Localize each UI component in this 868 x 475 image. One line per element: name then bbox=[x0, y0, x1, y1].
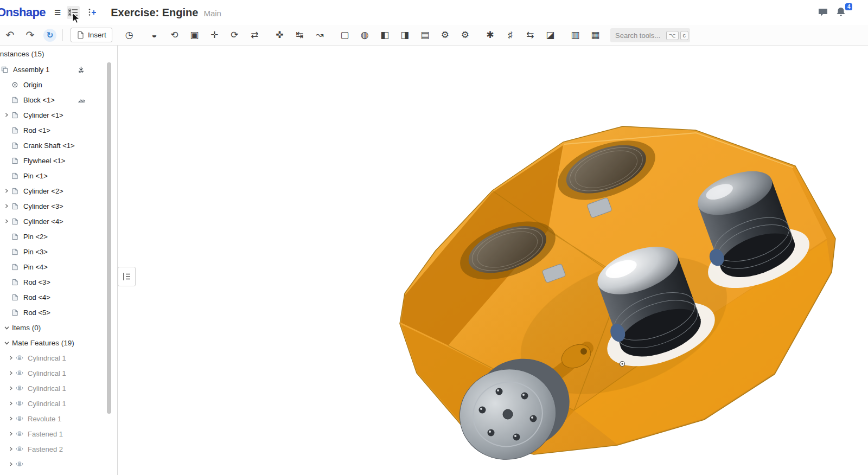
fastened-mate-tool-icon[interactable]: ✜ bbox=[270, 25, 290, 45]
parallel-mate-tool-icon[interactable]: ⇄ bbox=[245, 25, 265, 45]
history-icon[interactable]: ◷ bbox=[119, 25, 139, 45]
part-icon bbox=[11, 203, 22, 210]
mates-section-header[interactable]: Mate Features (19) bbox=[0, 335, 117, 350]
named-views-tool-icon[interactable]: ▥ bbox=[565, 25, 585, 45]
shortcut-c-key: c bbox=[680, 31, 689, 40]
graphics-viewport[interactable] bbox=[118, 46, 868, 475]
group-tool-icon[interactable]: ▢ bbox=[335, 25, 355, 45]
tree-item-flywheel-1[interactable]: Flywheel <1> bbox=[0, 153, 117, 168]
insert-document-icon bbox=[76, 31, 85, 39]
header-right-actions: 4 bbox=[818, 7, 847, 18]
items-section-header[interactable]: Items (0) bbox=[0, 320, 117, 335]
replicate-tool-icon[interactable]: ◧ bbox=[375, 25, 395, 45]
part-icon bbox=[11, 218, 22, 225]
tree-item-pin-2[interactable]: Pin <2> bbox=[0, 229, 117, 244]
onshape-logo[interactable]: Onshape bbox=[0, 5, 46, 20]
tree-item-crank-shaft-1[interactable]: Crank Shaft <1> bbox=[0, 138, 117, 153]
mate-feature-cylindrical-1[interactable]: Cylindrical 1 bbox=[0, 350, 117, 365]
rotate-view-icon[interactable]: ↻ bbox=[43, 29, 56, 42]
tree-item-partial[interactable] bbox=[0, 457, 117, 472]
insert-button[interactable]: Insert bbox=[71, 28, 112, 42]
section-view-tool-icon[interactable]: ◪ bbox=[540, 25, 560, 45]
chevron-right-icon[interactable] bbox=[1, 189, 11, 193]
instances-tree: Assembly 1OriginBlock <1>Cylinder <1>Rod… bbox=[0, 62, 117, 320]
hamburger-menu-icon[interactable]: ≡ bbox=[54, 6, 61, 19]
swap-instance-tool-icon[interactable]: ⇆ bbox=[520, 25, 540, 45]
notifications-bell[interactable]: 4 bbox=[835, 7, 847, 18]
tree-item-rod-5[interactable]: Rod <5> bbox=[0, 305, 117, 320]
part-icon bbox=[11, 248, 22, 255]
mate-feature-cylindrical-1[interactable]: Cylindrical 1 bbox=[0, 365, 117, 381]
insert-new-element-icon[interactable] bbox=[86, 6, 99, 19]
chevron-right-icon[interactable] bbox=[5, 447, 16, 451]
engine-3d-view[interactable] bbox=[118, 46, 868, 475]
tree-item-cylinder-1[interactable]: Cylinder <1> bbox=[0, 107, 117, 123]
tree-item-cylinder-2[interactable]: Cylinder <2> bbox=[0, 183, 117, 198]
chevron-right-icon[interactable] bbox=[5, 356, 16, 360]
circular-pattern-tool-icon[interactable]: ▤ bbox=[415, 25, 435, 45]
revolute-mate-tool-icon[interactable]: ⟲ bbox=[164, 25, 184, 45]
cylindrical-mate-tool-icon[interactable]: ◒ bbox=[144, 25, 164, 45]
mate-feature-label: Cylindrical 1 bbox=[28, 400, 66, 408]
chevron-right-icon[interactable] bbox=[5, 462, 16, 466]
fastened-mate-icon bbox=[16, 445, 27, 453]
tree-item-label: Pin <4> bbox=[23, 263, 48, 271]
tree-item-cylinder-4[interactable]: Cylinder <4> bbox=[0, 214, 117, 229]
tree-item-origin[interactable]: Origin bbox=[0, 77, 117, 92]
mate-icon bbox=[16, 460, 27, 468]
insert-part-tool-icon[interactable]: ◍ bbox=[355, 25, 375, 45]
chevron-right-icon[interactable] bbox=[1, 204, 11, 208]
rack-pinion-tool-icon[interactable]: ♯ bbox=[500, 25, 520, 45]
mate-feature-cylindrical-1[interactable]: Cylindrical 1 bbox=[0, 396, 117, 411]
insert-button-label: Insert bbox=[88, 31, 106, 39]
chevron-down-icon[interactable] bbox=[2, 325, 12, 330]
chevron-down-icon[interactable] bbox=[2, 341, 12, 345]
comments-icon[interactable] bbox=[818, 7, 828, 18]
tree-item-assembly-1[interactable]: Assembly 1 bbox=[0, 62, 117, 77]
tree-item-rod-4[interactable]: Rod <4> bbox=[0, 290, 117, 305]
mate-feature-fastened-1[interactable]: Fastened 1 bbox=[0, 426, 117, 441]
screw-relation-tool-icon[interactable]: ✱ bbox=[480, 25, 500, 45]
tree-item-rod-1[interactable]: Rod <1> bbox=[0, 123, 117, 138]
mate-feature-fastened-2[interactable]: Fastened 2 bbox=[0, 441, 117, 457]
gear-relation-tool-icon[interactable]: ⚙ bbox=[455, 25, 475, 45]
ball-mate-tool-icon[interactable]: ⟳ bbox=[225, 25, 245, 45]
tree-item-block-1[interactable]: Block <1> bbox=[0, 92, 117, 107]
planar-mate-tool-icon[interactable]: ✛ bbox=[205, 25, 225, 45]
mate-feature-cylindrical-1[interactable]: Cylindrical 1 bbox=[0, 381, 117, 396]
tree-item-cylinder-3[interactable]: Cylinder <3> bbox=[0, 198, 117, 214]
notification-count-badge: 4 bbox=[845, 3, 852, 10]
instances-header[interactable]: Instances (15) bbox=[0, 46, 117, 62]
tree-item-pin-4[interactable]: Pin <4> bbox=[0, 259, 117, 274]
tangent-mate-tool-icon[interactable]: ↹ bbox=[290, 25, 310, 45]
chevron-right-icon[interactable] bbox=[1, 113, 11, 117]
tree-item-label: Block <1> bbox=[23, 96, 55, 104]
tree-item-pin-1[interactable]: Pin <1> bbox=[0, 168, 117, 183]
undo-button[interactable]: ↶ bbox=[0, 29, 20, 41]
chevron-right-icon[interactable] bbox=[5, 416, 16, 421]
linear-pattern-tool-icon[interactable]: ◨ bbox=[395, 25, 415, 45]
chevron-right-icon[interactable] bbox=[5, 371, 16, 375]
origin-icon bbox=[11, 81, 22, 88]
panel-scrollbar-thumb[interactable] bbox=[107, 62, 111, 414]
chevron-right-icon[interactable] bbox=[5, 432, 16, 436]
chevron-right-icon[interactable] bbox=[5, 386, 16, 390]
chevron-right-icon[interactable] bbox=[5, 401, 16, 406]
mate-relation-tool-icon[interactable]: ⚙ bbox=[435, 25, 455, 45]
tree-item-label: Flywheel <1> bbox=[23, 157, 65, 165]
tree-item-pin-3[interactable]: Pin <3> bbox=[0, 244, 117, 259]
search-tools-box[interactable]: Search tools... ⌥ c bbox=[610, 28, 690, 42]
mate-feature-revolute-1[interactable]: Revolute 1 bbox=[0, 411, 117, 426]
slider-mate-tool-icon[interactable]: ▣ bbox=[184, 25, 205, 45]
tree-item-rod-3[interactable]: Rod <3> bbox=[0, 274, 117, 290]
collapse-instances-panel-button[interactable] bbox=[118, 267, 136, 286]
mate-connector-point[interactable] bbox=[620, 362, 625, 367]
instances-panel: Instances (15) Assembly 1OriginBlock <1>… bbox=[0, 46, 118, 475]
snap-mode-tool-icon[interactable]: ↝ bbox=[310, 25, 330, 45]
chevron-right-icon[interactable] bbox=[1, 219, 11, 223]
workspace-name[interactable]: Main bbox=[203, 7, 221, 18]
redo-button[interactable]: ↷ bbox=[20, 29, 40, 41]
bom-table-tool-icon[interactable]: ▦ bbox=[585, 25, 605, 45]
panel-list-icon bbox=[122, 271, 132, 282]
part-icon bbox=[11, 172, 22, 179]
